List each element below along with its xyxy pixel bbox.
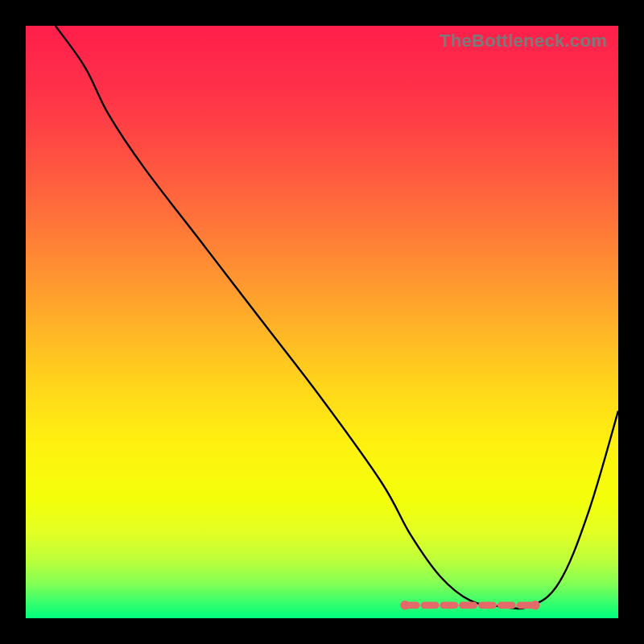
watermark-text: TheBottleneck.com (440, 31, 607, 52)
chart-frame: TheBottleneck.com (26, 26, 618, 618)
svg-point-2 (530, 601, 539, 609)
highlight-layer (26, 26, 618, 618)
plot-area (26, 26, 618, 618)
svg-point-1 (400, 601, 409, 609)
optimal-range-marker (400, 601, 539, 609)
